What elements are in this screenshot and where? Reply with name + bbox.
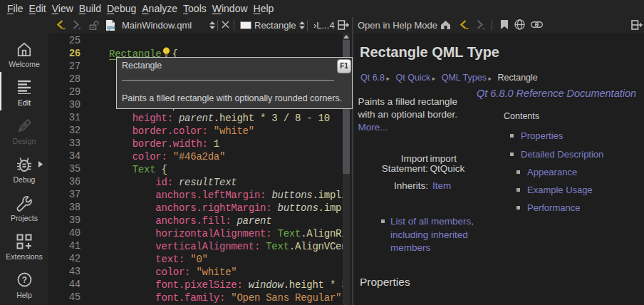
svg-text:qml: qml <box>107 25 115 31</box>
svg-text:?: ? <box>21 275 26 285</box>
